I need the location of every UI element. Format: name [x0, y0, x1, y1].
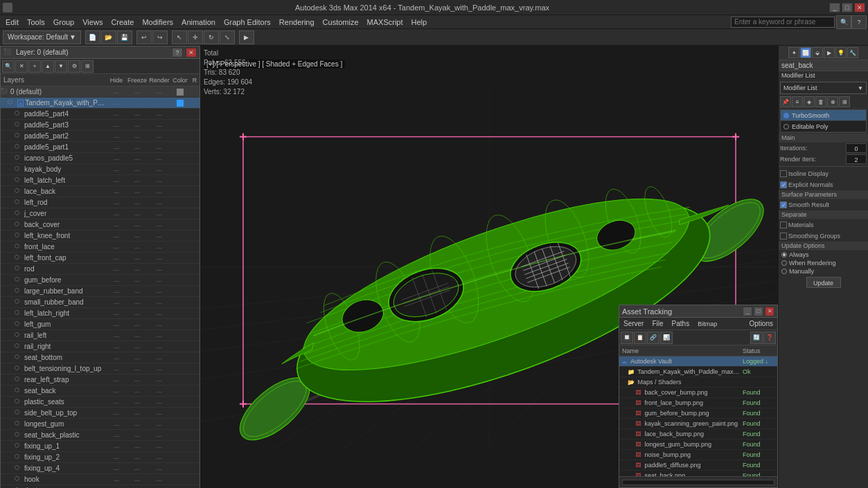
- asset-menu-paths[interactable]: Paths: [668, 318, 694, 330]
- layer-item[interactable]: ⬡ lace_back — — —: [1, 186, 200, 197]
- explicit-normals-checkbox[interactable]: ✓: [780, 181, 787, 188]
- asset-item[interactable]: 🖼 kayak_scanning_green_paint.png Found: [619, 419, 777, 429]
- layer-search-button[interactable]: 🔍: [2, 60, 15, 73]
- render-button[interactable]: ▶: [239, 30, 254, 44]
- menu-modifiers[interactable]: Modifiers: [138, 15, 177, 29]
- utilities-icon[interactable]: 🔧: [847, 47, 858, 58]
- asset-item[interactable]: 🖼 seat_back.png Found: [619, 471, 777, 476]
- open-file-button[interactable]: 📂: [101, 30, 116, 44]
- menu-group[interactable]: Group: [49, 15, 79, 29]
- turbosmooth-modifier[interactable]: TurboSmooth: [781, 110, 866, 121]
- menu-maxscript[interactable]: MAXScript: [363, 15, 407, 29]
- layer-item[interactable]: ⬡ paddle5_part2 — — —: [1, 131, 200, 142]
- layer-item[interactable]: ⬡ longest_gum — — —: [1, 419, 200, 430]
- menu-help[interactable]: Help: [407, 15, 432, 29]
- hierarchy-icon[interactable]: ⬙: [812, 47, 823, 58]
- move-button[interactable]: ✛: [188, 30, 203, 44]
- layer-move-down-button[interactable]: ▼: [55, 60, 67, 73]
- asset-tb-btn-5[interactable]: 🔄: [750, 332, 763, 344]
- asset-close-button[interactable]: ✕: [765, 307, 774, 316]
- layer-item[interactable]: ⬡ left_knee_front — — —: [1, 231, 200, 242]
- update-button[interactable]: Update: [806, 277, 841, 288]
- scale-button[interactable]: ⤡: [220, 30, 235, 44]
- layer-item[interactable]: ⬡ paddle5_part3 — — —: [1, 120, 200, 131]
- layer-item[interactable]: ⬡ left_rod — — —: [1, 197, 200, 208]
- layer-item[interactable]: ⬡ belt_tensioning_l_top_up — — —: [1, 363, 200, 374]
- layer-item[interactable]: ⬡ side_belt_up_top — — —: [1, 408, 200, 419]
- search-button[interactable]: 🔍: [836, 15, 851, 29]
- menu-graph-editors[interactable]: Graph Editors: [220, 15, 275, 29]
- asset-menu-options[interactable]: Options: [745, 318, 777, 330]
- layer-item[interactable]: ⬡ paddle5_part4 — — —: [1, 109, 200, 120]
- smoothing-groups-checkbox[interactable]: [780, 233, 787, 240]
- make-unique-button[interactable]: ◈: [804, 96, 815, 107]
- workspace-dropdown[interactable]: Workspace: Default ▼: [3, 30, 81, 44]
- layer-item[interactable]: ⬡ left_latch_right — — —: [1, 308, 200, 319]
- menu-rendering[interactable]: Rendering: [275, 15, 319, 29]
- menu-animation[interactable]: Animation: [177, 15, 220, 29]
- menu-views[interactable]: Views: [78, 15, 107, 29]
- editable-poly-modifier[interactable]: Editable Poly: [781, 121, 866, 132]
- asset-item[interactable]: ☁ Autodesk Vault Logged ↓: [619, 356, 777, 367]
- layer-add-button[interactable]: +: [28, 60, 41, 73]
- layer-item[interactable]: ⬡ small_rubber_band — — —: [1, 297, 200, 308]
- pin-stack-button[interactable]: 📌: [780, 96, 791, 107]
- asset-item[interactable]: 🖼 paddle5_diffuse.png Found: [619, 460, 777, 471]
- asset-tb-btn-4[interactable]: 📊: [660, 332, 673, 344]
- modify-icon[interactable]: ⬜: [800, 47, 811, 58]
- asset-tb-btn-6[interactable]: ❓: [763, 332, 776, 344]
- remove-modifier-button[interactable]: 🗑: [815, 96, 826, 107]
- layer-item[interactable]: ⬡ large_rubber_band — — —: [1, 286, 200, 297]
- help-button[interactable]: ?: [851, 15, 867, 29]
- redo-button[interactable]: ↪: [152, 30, 168, 44]
- maximize-button[interactable]: □: [842, 3, 853, 12]
- rotate-button[interactable]: ↻: [204, 30, 219, 44]
- when-rendering-radio[interactable]: [781, 260, 787, 266]
- layer-delete-button[interactable]: ✕: [15, 60, 28, 73]
- asset-list[interactable]: ☁ Autodesk Vault Logged ↓ 📁 Tandem_Kayak…: [619, 356, 777, 476]
- layer-move-up-button[interactable]: ▲: [42, 60, 54, 73]
- layer-item[interactable]: ⬡ ◈ Tandem_Kayak_with_Paddle — — —: [1, 98, 200, 109]
- layer-item[interactable]: ⬡ seat_back — — —: [1, 386, 200, 397]
- configure-modifier-button[interactable]: ≡: [792, 96, 803, 107]
- search-input[interactable]: [731, 17, 835, 28]
- asset-menu-file[interactable]: File: [648, 318, 667, 330]
- layer-item[interactable]: ⬡ fixing_up_1 — — —: [1, 441, 200, 452]
- layer-item[interactable]: ⬡ left_front_cap — — —: [1, 253, 200, 264]
- layer-item[interactable]: ⬡ paddle5_part1 — — —: [1, 142, 200, 153]
- layer-item[interactable]: ⬡ rail_left — — —: [1, 330, 200, 341]
- modifier-dropdown[interactable]: Modifier List ▼: [780, 82, 867, 94]
- smooth-result-checkbox[interactable]: ✓: [780, 201, 787, 208]
- menu-create[interactable]: Create: [107, 15, 138, 29]
- layer-item[interactable]: ⬡ plastic_seats — — —: [1, 397, 200, 408]
- layer-item[interactable]: ⬡ rivet — — —: [1, 485, 200, 488]
- layer-close-button[interactable]: ✕: [186, 48, 197, 57]
- layer-item[interactable]: ⬡ back_cover — — —: [1, 219, 200, 231]
- menu-tools[interactable]: Tools: [23, 15, 49, 29]
- layer-item[interactable]: ⬡ fixing_up_4 — — —: [1, 463, 200, 474]
- layer-item[interactable]: ⬡ j_cover — — —: [1, 208, 200, 219]
- layer-item[interactable]: ⬡ hook — — —: [1, 474, 200, 485]
- layer-item[interactable]: ⬡ left_latch_left — — —: [1, 175, 200, 186]
- layer-item[interactable]: ⬡ left_gum — — —: [1, 319, 200, 330]
- asset-menu-server[interactable]: Server: [619, 318, 648, 330]
- render-iters-value[interactable]: 2: [846, 154, 867, 164]
- asset-item[interactable]: 🖼 longest_gum_bump.png Found: [619, 440, 777, 450]
- manually-radio[interactable]: [781, 269, 787, 274]
- asset-item[interactable]: 🖼 noise_bump.png Found: [619, 450, 777, 460]
- save-button[interactable]: 💾: [117, 30, 132, 44]
- layer-item[interactable]: ⬡ rod — — —: [1, 264, 200, 275]
- layer-item[interactable]: ⬡ seat_bottom — — —: [1, 352, 200, 363]
- always-radio[interactable]: [781, 252, 787, 257]
- copy-modifier-button[interactable]: ⊕: [827, 96, 838, 107]
- new-file-button[interactable]: 📄: [85, 30, 100, 44]
- asset-tb-btn-2[interactable]: 📋: [634, 332, 646, 344]
- asset-item[interactable]: 🖼 lace_back_bump.png Found: [619, 429, 777, 440]
- layer-item[interactable]: ⬡ front_lace — — —: [1, 242, 200, 253]
- layer-item[interactable]: ⬡ icanos_paddle5 — — —: [1, 153, 200, 164]
- layer-settings-button[interactable]: ⚙: [68, 60, 80, 73]
- layer-list[interactable]: ⬛ 0 (default) — — — ⬡ ◈ Tandem_Kayak_wit…: [1, 87, 200, 488]
- motion-icon[interactable]: ▶: [824, 47, 835, 58]
- asset-minimize-button[interactable]: _: [743, 307, 752, 316]
- menu-edit[interactable]: Edit: [1, 15, 23, 29]
